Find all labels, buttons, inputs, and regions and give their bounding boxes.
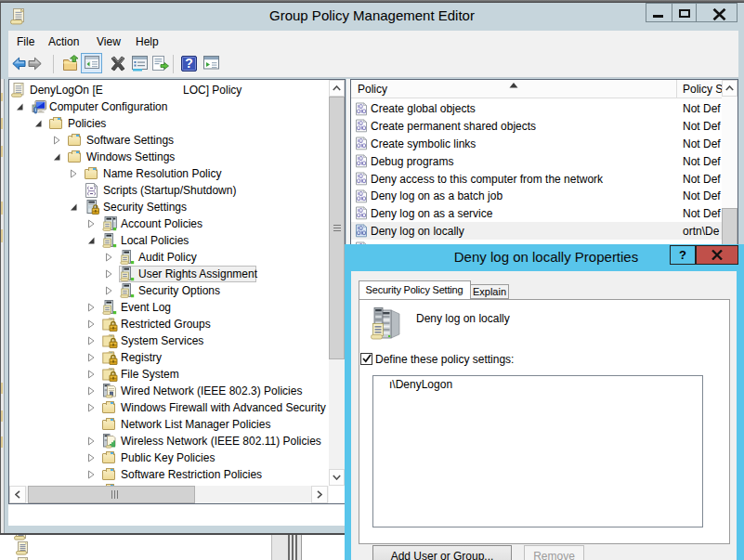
svg-text:?: ? [185,56,193,71]
